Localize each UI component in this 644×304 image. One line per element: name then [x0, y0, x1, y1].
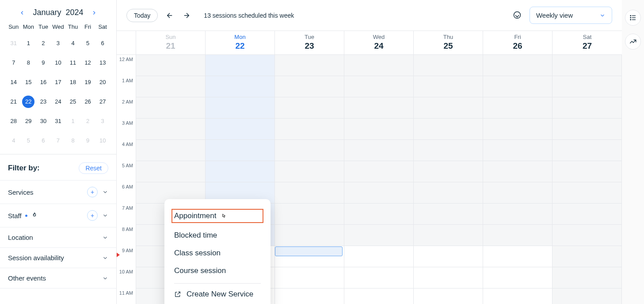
time-slot[interactable]: [206, 76, 275, 97]
week-day-header[interactable]: Tue23: [275, 31, 344, 54]
time-slot[interactable]: [483, 204, 553, 225]
view-selector[interactable]: Weekly view: [530, 7, 612, 24]
minical-day[interactable]: 10: [95, 132, 110, 150]
minical-day[interactable]: 6: [95, 35, 110, 52]
time-slot[interactable]: [483, 225, 553, 246]
week-day-header[interactable]: Mon22: [206, 31, 275, 54]
time-slot[interactable]: [414, 161, 483, 182]
time-slot[interactable]: [136, 119, 206, 140]
minical-day[interactable]: 1: [21, 35, 36, 52]
time-slot[interactable]: [553, 267, 622, 289]
time-slot[interactable]: [483, 246, 553, 267]
time-slot[interactable]: [553, 76, 622, 97]
time-slot[interactable]: [414, 182, 483, 204]
minical-day[interactable]: 17: [51, 73, 66, 91]
minical-day[interactable]: 16: [36, 73, 51, 91]
add-icon[interactable]: +: [87, 210, 98, 221]
minical-day[interactable]: 26: [80, 93, 95, 111]
week-day-header[interactable]: Wed24: [344, 31, 414, 54]
time-slot[interactable]: [553, 225, 622, 246]
time-slot[interactable]: [553, 204, 622, 225]
time-slot[interactable]: [483, 97, 553, 119]
minical-day[interactable]: 9: [36, 54, 51, 72]
menu-item-class-session[interactable]: Class session: [174, 244, 261, 262]
time-slot[interactable]: [275, 289, 344, 304]
time-slot[interactable]: [136, 76, 206, 97]
time-slot[interactable]: [136, 161, 206, 182]
time-slot[interactable]: [414, 289, 483, 304]
minical-day[interactable]: 12: [80, 54, 95, 72]
time-slot[interactable]: [483, 140, 553, 161]
time-slot[interactable]: [414, 225, 483, 246]
time-slot[interactable]: [414, 140, 483, 161]
time-slot[interactable]: [136, 55, 206, 76]
minical-day[interactable]: 30: [36, 112, 51, 130]
time-slot[interactable]: [344, 161, 414, 182]
time-slot[interactable]: [206, 55, 275, 76]
reset-button[interactable]: Reset: [79, 162, 108, 174]
minical-day[interactable]: 9: [80, 132, 95, 150]
minical-day[interactable]: 3: [51, 35, 66, 52]
time-slot[interactable]: [483, 55, 553, 76]
time-slot[interactable]: [483, 267, 553, 289]
menu-item-blocked-time[interactable]: Blocked time: [174, 227, 261, 244]
next-week-button[interactable]: [182, 11, 191, 20]
minical-day[interactable]: 18: [65, 73, 80, 91]
filter-services[interactable]: Services +: [0, 180, 116, 204]
time-slot[interactable]: [275, 55, 344, 76]
minical-day[interactable]: 2: [36, 35, 51, 52]
minical-day[interactable]: 25: [65, 93, 80, 111]
time-slot[interactable]: [344, 204, 414, 225]
minical-prev-month[interactable]: [18, 8, 27, 17]
time-slot[interactable]: [275, 119, 344, 140]
week-day-header[interactable]: Thu25: [414, 31, 483, 54]
minical-day[interactable]: 13: [95, 54, 110, 72]
rail-analytics-button[interactable]: [625, 34, 641, 50]
minical-day[interactable]: 8: [21, 54, 36, 72]
menu-item-course-session[interactable]: Course session: [174, 262, 261, 280]
minical-day[interactable]: 3: [95, 112, 110, 130]
time-slot[interactable]: [553, 55, 622, 76]
minical-day[interactable]: 15: [21, 73, 36, 91]
time-slot[interactable]: [275, 97, 344, 119]
minical-day[interactable]: 6: [36, 132, 51, 150]
time-slot[interactable]: [414, 119, 483, 140]
time-slot[interactable]: [136, 97, 206, 119]
week-day-header[interactable]: Sun21: [136, 31, 206, 54]
week-day-header[interactable]: Sat27: [553, 31, 622, 54]
time-slot[interactable]: [206, 161, 275, 182]
time-slot[interactable]: [344, 119, 414, 140]
time-slot[interactable]: [553, 140, 622, 161]
time-slot[interactable]: [344, 182, 414, 204]
minical-day[interactable]: 5: [21, 132, 36, 150]
menu-item-appointment[interactable]: Appointment: [171, 209, 263, 223]
rail-list-button[interactable]: [625, 10, 641, 26]
minical-day[interactable]: 24: [51, 93, 66, 111]
time-slot[interactable]: [344, 76, 414, 97]
time-slot[interactable]: [344, 289, 414, 304]
prev-week-button[interactable]: [165, 11, 175, 20]
minical-day[interactable]: 1: [65, 112, 80, 130]
time-slot[interactable]: [483, 161, 553, 182]
minical-day[interactable]: 11: [65, 54, 80, 72]
filter-other-events[interactable]: Other events: [0, 268, 116, 289]
time-slot[interactable]: [206, 119, 275, 140]
time-slot[interactable]: [275, 225, 344, 246]
minical-day[interactable]: 31: [6, 35, 21, 52]
minical-day[interactable]: 21: [6, 93, 21, 111]
filter-location[interactable]: Location: [0, 227, 116, 247]
time-slot[interactable]: [553, 119, 622, 140]
menu-item-create-new-service[interactable]: Create New Service: [174, 285, 261, 303]
time-slot[interactable]: [344, 140, 414, 161]
minical-day[interactable]: 8: [65, 132, 80, 150]
voice-icon[interactable]: [513, 11, 522, 20]
time-slot[interactable]: [414, 76, 483, 97]
time-slot[interactable]: [553, 182, 622, 204]
time-slot[interactable]: [414, 267, 483, 289]
minical-day[interactable]: 7: [6, 54, 21, 72]
time-slot[interactable]: [414, 246, 483, 267]
minical-day[interactable]: 7: [51, 132, 66, 150]
time-slot[interactable]: [483, 119, 553, 140]
filter-staff[interactable]: Staff +: [0, 204, 116, 227]
time-slot[interactable]: [483, 182, 553, 204]
